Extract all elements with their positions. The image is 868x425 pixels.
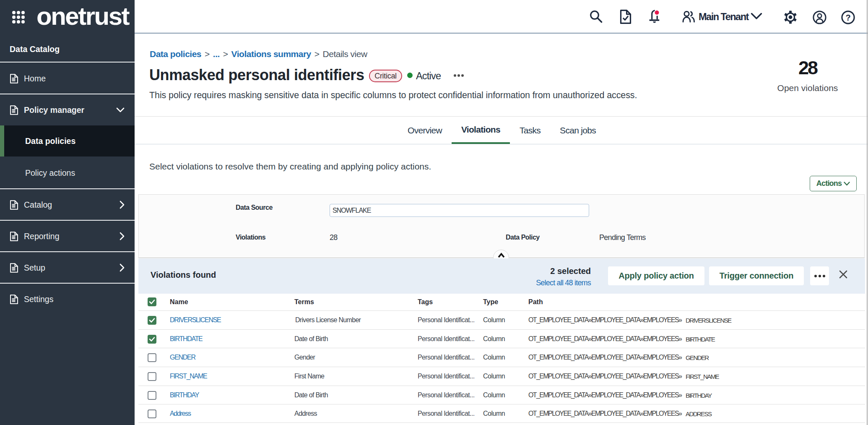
svg-text:?: ? xyxy=(845,13,850,22)
